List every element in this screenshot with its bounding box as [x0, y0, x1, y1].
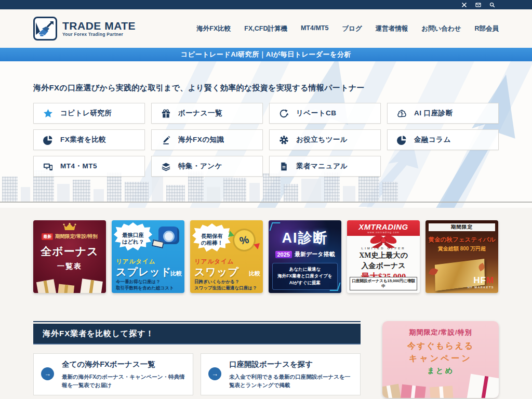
gear-icon: [279, 135, 289, 145]
banner-desc: 取引手数料を含めた総コスト: [116, 285, 174, 291]
hero-tagline: 海外FXの口座選びから実践的な取引まで、より賢く効率的な投資を実現する情報パート…: [33, 83, 499, 93]
banner-desc: 今一番お得な口座は？: [116, 279, 161, 285]
menu-label: 金融コラム: [414, 135, 451, 144]
bubble-line: の相棒！: [201, 240, 223, 246]
gift-icon: [161, 109, 171, 118]
card-all-bonus-list[interactable]: → 全ての海外FXボーナス一覧 最新の海外FXのボーナス・キャンペーン・特典情報…: [33, 353, 193, 395]
gift-box-decor: [58, 284, 74, 293]
speech-bubble: 最狭口座 はどれ？: [114, 222, 152, 255]
speech-bubble: 長期保有 の相棒！: [192, 223, 232, 256]
banner-title: 黄金の秋フェスティバル: [425, 236, 498, 244]
limited-offer-label: LIMITED OFFER: [347, 247, 420, 250]
menu-compare-brokers[interactable]: FX業者を比較: [33, 129, 145, 150]
banner-hfm-festival[interactable]: 期間限定 黄金の秋フェスティバル 賞金総額 800 万円超 HFM HF MAR…: [425, 220, 498, 293]
banner-swap-compare[interactable]: 長期保有 の相棒！ % リアルタイム スワップ 比較 日跨ぎいくらかかる？ スワ…: [190, 220, 263, 293]
hero-menu-grid: コピトレ研究所 ボーナス一覧 リベートCB AI 口座診断 FX業者を比較: [33, 103, 499, 177]
notice-text: コピートレードAI研究所｜AIが毎日トレーダーを分析: [181, 50, 351, 59]
header: TRADE MATE Your Forex Trading Partner 海外…: [0, 9, 532, 48]
menu-fx-knowledge[interactable]: 海外FXの知識: [151, 129, 263, 150]
hfm-logo: HFM: [473, 276, 494, 285]
menu-label: 業者マニュアル: [296, 162, 348, 171]
ribbon-bow-icon: [364, 236, 403, 246]
main-nav: 海外FX比較 FX,CFD計算機 MT4/MT5 ブログ 運営者情報 お問い合わ…: [196, 24, 499, 33]
menu-mt4-mt5[interactable]: MT4・MT5: [33, 156, 145, 177]
menu-label: MT4・MT5: [60, 162, 97, 171]
menu-features-survey[interactable]: 特集・アンケ: [151, 156, 263, 177]
menu-label: 海外FXの知識: [178, 135, 224, 144]
nav-calculator[interactable]: FX,CFD計算機: [244, 24, 287, 33]
banner-sub: 賞金総額 800 万円超: [425, 245, 498, 252]
banner-desc: 日跨ぎいくらかかる？: [194, 279, 239, 285]
card-desc: 未入金で利用できる最新の口座開設ボーナスを一覧表とランキングで掲載: [229, 373, 353, 390]
search-icon[interactable]: [489, 2, 496, 8]
arrow-circle-icon: →: [41, 367, 54, 380]
gift-box-decor: [80, 278, 103, 293]
content: 最新 期間限定/常設/特別 全ボーナス 一覧表 最狭口座 はどれ？ リアルタイム…: [0, 220, 532, 399]
banner-desc: あなたに最適な: [274, 266, 336, 273]
banner-footnote: 口座開設ボーナスも15,000円に増額中: [350, 277, 417, 290]
up-arrow-icon: [227, 230, 234, 237]
mail-icon[interactable]: [475, 2, 482, 8]
menu-copytrade-lab[interactable]: コピトレ研究所: [33, 103, 145, 124]
notice-banner[interactable]: コピートレードAI研究所｜AIが毎日トレーダーを分析: [0, 48, 532, 61]
menu-empty-cell: [387, 156, 499, 177]
section-title: 海外FX業者を比較して探す！: [43, 329, 154, 339]
menu-rebate-cb[interactable]: リベートCB: [269, 103, 381, 124]
devices-icon: [43, 162, 53, 171]
card-account-opening-bonus[interactable]: → 口座開設ボーナスを探す 未入金で利用できる最新の口座開設ボーナスを一覧表とラ…: [201, 353, 361, 395]
logo-tagline: Your Forex Trading Partner: [62, 32, 136, 37]
pencil-icon: [161, 135, 171, 145]
logo[interactable]: TRADE MATE Your Forex Trading Partner: [33, 17, 136, 41]
banner-subtitle: 一覧表: [33, 262, 106, 271]
campaign-line: キャンペーン: [382, 353, 499, 364]
banner-sub: 最新データ搭載: [295, 250, 335, 258]
limited-time-band: 期間限定: [429, 223, 495, 231]
banner-suffix: 比較: [249, 270, 260, 277]
logo-title: TRADE MATE: [62, 20, 136, 32]
banner-xm-deposit-bonus[interactable]: XMTRADING www.xmtrading.com LIMITED OFFE…: [347, 220, 420, 293]
nav-mt4mt5[interactable]: MT4/MT5: [301, 24, 328, 33]
banner-line: XM史上最大の: [347, 251, 420, 260]
corner-decor: [329, 283, 340, 291]
xm-logo: XMTRADING: [358, 223, 408, 231]
arrow-circle-icon: →: [208, 367, 221, 380]
banner-title: 全ボーナス: [33, 244, 106, 259]
banner-suffix: 比較: [170, 270, 182, 277]
hero: 海外FXの口座選びから実践的な取引まで、より賢く効率的な投資を実現する情報パート…: [0, 61, 532, 208]
menu-label: ボーナス一覧: [178, 109, 222, 118]
brain-icon: [397, 109, 407, 118]
banner-desc: スワップ生活に最適な口座は？: [194, 285, 257, 291]
layers-icon: [161, 162, 171, 171]
hfm-logo-sub: HF MARKETS: [468, 286, 494, 289]
pie-chart-icon: [43, 135, 53, 145]
menu-finance-column[interactable]: 金融コラム: [387, 129, 499, 150]
card-title: 全ての海外FXボーナス一覧: [62, 360, 185, 369]
star-icon: [43, 109, 53, 118]
nav-contact[interactable]: お問い合わせ: [421, 24, 461, 33]
banner-info-box: あなたに最適な 海外FX業者と口座タイプを AIがすぐに提案: [272, 263, 338, 290]
menu-useful-tools[interactable]: お役立ちツール: [269, 129, 381, 150]
bubble-line: はどれ？: [122, 238, 144, 245]
nav-r-member[interactable]: R部会員: [474, 24, 499, 33]
nav-blog[interactable]: ブログ: [342, 24, 362, 33]
banner-spread-compare[interactable]: 最狭口座 はどれ？ リアルタイム スプレッド 比較 今一番お得な口座は？ 取引手…: [112, 220, 184, 293]
menu-bonus-list[interactable]: ボーナス一覧: [151, 103, 263, 124]
nav-operator-info[interactable]: 運営者情報: [376, 24, 408, 33]
banner-tags: 期間限定/常設/特別: [55, 233, 97, 240]
menu-label: お役立ちツール: [296, 135, 348, 144]
page: TRADE MATE Your Forex Trading Partner 海外…: [0, 0, 532, 399]
menu-ai-diagnosis[interactable]: AI 口座診断: [387, 103, 499, 124]
gift-box-decor: [430, 386, 454, 398]
promo-banners: 最新 期間限定/常設/特別 全ボーナス 一覧表 最狭口座 はどれ？ リアルタイム…: [33, 220, 499, 293]
crown-icon: [63, 223, 76, 231]
nav-overseas-fx[interactable]: 海外FX比較: [196, 24, 231, 33]
document-icon: [279, 162, 289, 171]
menu-broker-manual[interactable]: 業者マニュアル: [269, 156, 381, 177]
percent-icon: %: [231, 227, 258, 254]
xm-url: www.xmtrading.com: [367, 231, 400, 234]
sidebar-campaign-banner[interactable]: 期間限定/常設/特別 今すぐもらえる キャンペーン まとめ: [382, 321, 499, 398]
banner-all-bonus-list[interactable]: 最新 期間限定/常設/特別 全ボーナス 一覧表: [33, 220, 106, 293]
xm-brand-band: XMTRADING www.xmtrading.com: [347, 220, 420, 236]
banner-ai-diagnosis[interactable]: AI診断 2025 最新データ搭載 あなたに最適な 海外FX業者と口座タイプを …: [269, 220, 341, 293]
x-social-icon[interactable]: [461, 2, 468, 8]
